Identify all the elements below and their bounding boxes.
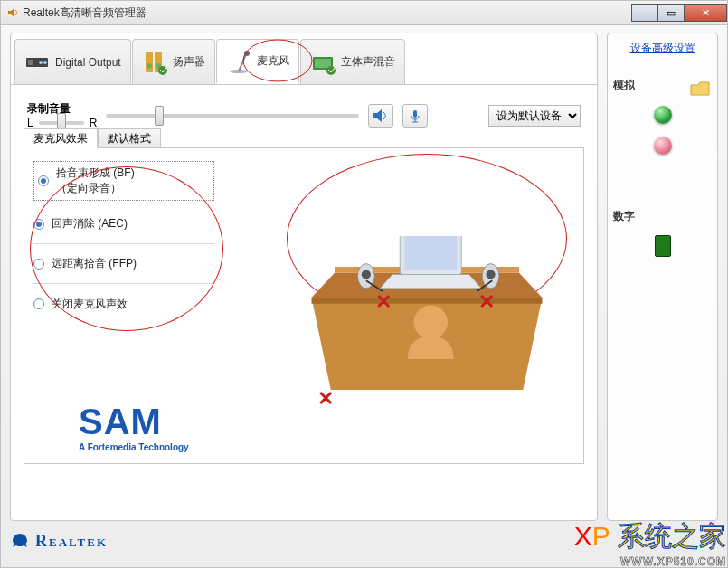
folder-icon[interactable] — [690, 80, 710, 97]
radio-icon — [38, 175, 49, 186]
speaker-tab-icon — [142, 50, 167, 75]
digital-output-icon — [24, 50, 50, 75]
opt-aec[interactable]: 回声消除 (AEC) — [33, 204, 214, 244]
close-button[interactable]: ✕ — [684, 4, 727, 22]
radio-icon — [33, 219, 44, 230]
volume-slider[interactable] — [106, 114, 359, 118]
side-panel: 设备高级设置 模拟 数字 — [607, 33, 718, 521]
sam-logo: SAM A Fortemedia Technology — [79, 402, 189, 452]
stereo-mix-icon — [310, 50, 336, 75]
sam-tagline: A Fortemedia Technology — [79, 442, 189, 452]
svg-point-14 — [326, 66, 336, 75]
jack-green[interactable] — [654, 106, 672, 124]
opt-disable-fx[interactable]: 关闭麦克风声效 — [33, 284, 214, 324]
inner-tab-effects[interactable]: 麦克风效果 — [24, 128, 98, 148]
tab-label: 扬声器 — [173, 54, 205, 70]
tab-digital-output[interactable]: Digital Output — [14, 39, 131, 84]
tab-label: 立体声混音 — [341, 54, 395, 70]
minimize-button[interactable]: — — [631, 4, 658, 22]
window-controls: — ▭ ✕ — [632, 4, 727, 22]
default-device-dropdown[interactable]: 设为默认设备 — [488, 105, 581, 127]
tab-stereo-mix[interactable]: 立体声混音 — [300, 39, 405, 84]
speaker-unmute-icon — [373, 109, 389, 123]
mic-mute-button[interactable] — [402, 104, 428, 128]
inner-tab-label: 麦克风效果 — [33, 131, 88, 147]
realtek-crab-icon — [10, 530, 30, 552]
svg-point-27 — [414, 306, 448, 339]
svg-point-26 — [486, 270, 495, 279]
x-mark-icon: ✕ — [478, 290, 495, 314]
radio-icon — [33, 259, 44, 270]
tab-label: Digital Output — [55, 56, 121, 69]
wm-x: X — [574, 521, 592, 551]
tab-speaker[interactable]: 扬声器 — [132, 39, 215, 84]
main-panel: Digital Output 扬声器 麦克风 立体声混音 录制音量 L — [10, 33, 598, 521]
microphone-icon — [226, 49, 251, 74]
wm-p: P — [592, 521, 610, 551]
svg-point-24 — [362, 270, 371, 279]
left-label: L — [27, 117, 33, 129]
svg-rect-21 — [404, 236, 457, 270]
sam-name: SAM — [79, 402, 189, 442]
playback-mute-button[interactable] — [368, 104, 393, 128]
opt-label: 回声消除 (AEC) — [52, 216, 128, 232]
opt-label: 远距离拾音 (FFP) — [52, 256, 137, 271]
right-label: R — [90, 117, 98, 129]
microphone-illustration: ✕ ✕ ✕ — [269, 159, 585, 394]
wm-url: WWW.XP510.COM — [574, 555, 726, 568]
digital-port[interactable] — [655, 235, 671, 257]
window-titlebar: Realtek高清晰音频管理器 — ▭ ✕ — [0, 0, 728, 25]
balance-slider[interactable] — [39, 121, 84, 125]
effects-panel: 麦克风效果 默认格式 拾音束形成 (BF) （定向录音） 回声消除 (AEC) … — [24, 147, 584, 464]
device-tabs: Digital Output 扬声器 麦克风 立体声混音 — [11, 33, 597, 85]
svg-point-10 — [244, 51, 250, 56]
window-title: Realtek高清晰音频管理器 — [23, 5, 147, 21]
digital-section-label: 数字 — [613, 209, 712, 224]
x-mark-icon: ✕ — [317, 387, 334, 411]
advanced-settings-link[interactable]: 设备高级设置 — [613, 41, 712, 56]
svg-marker-17 — [312, 298, 543, 304]
jack-pink[interactable] — [654, 137, 672, 155]
opt-label: 拾音束形成 (BF) （定向录音） — [56, 166, 135, 196]
footer: Realtek — [10, 530, 108, 552]
opt-beam-forming[interactable]: 拾音束形成 (BF) （定向录音） — [33, 161, 214, 201]
x-mark-icon: ✕ — [375, 290, 392, 314]
volume-row: 录制音量 L R 设为默认设备 — [11, 85, 597, 129]
svg-rect-15 — [413, 110, 417, 118]
svg-rect-4 — [146, 52, 153, 72]
realtek-brand: Realtek — [35, 532, 108, 551]
watermark: XP 系统之家 WWW.XP510.COM — [574, 518, 726, 568]
opt-label: 关闭麦克风声效 — [52, 297, 128, 312]
tab-label: 麦克风 — [257, 53, 289, 69]
svg-point-8 — [158, 66, 167, 75]
maximize-button[interactable]: ▭ — [657, 4, 685, 22]
opt-ffp[interactable]: 远距离拾音 (FFP) — [33, 244, 214, 284]
tab-microphone[interactable]: 麦克风 — [216, 39, 299, 84]
speaker-icon — [6, 6, 19, 19]
svg-point-6 — [147, 63, 152, 69]
effect-options: 拾音束形成 (BF) （定向录音） 回声消除 (AEC) 远距离拾音 (FFP)… — [33, 161, 214, 324]
svg-point-2 — [39, 61, 43, 64]
inner-tab-format[interactable]: 默认格式 — [98, 128, 161, 148]
mic-small-icon — [407, 109, 423, 123]
svg-marker-22 — [380, 275, 481, 289]
svg-rect-13 — [315, 59, 331, 68]
wm-text: 系统之家 — [618, 521, 726, 551]
svg-point-3 — [43, 61, 47, 64]
inner-tab-label: 默认格式 — [108, 131, 151, 147]
radio-icon — [33, 298, 44, 309]
svg-rect-1 — [28, 60, 33, 65]
